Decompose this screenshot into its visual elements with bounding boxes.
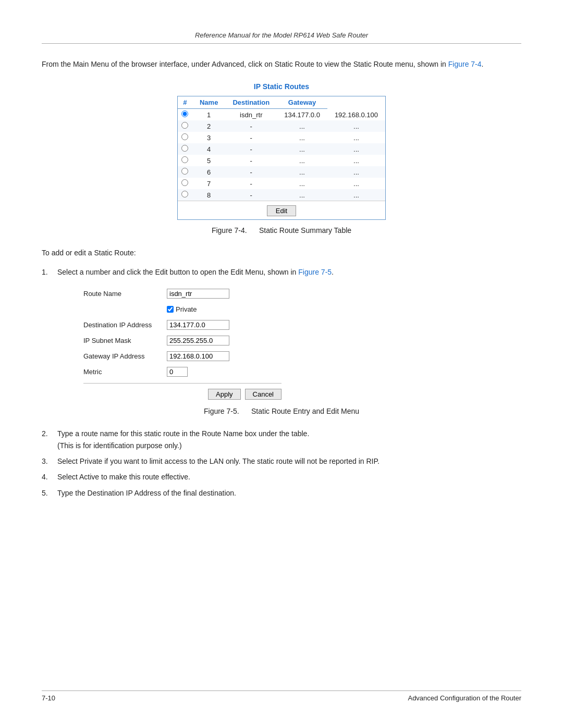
destination-ip-input[interactable]	[167, 320, 229, 330]
route-name-label: Route Name	[83, 290, 167, 298]
figure-4-container: IP Static Routes # Name Destination Gate…	[42, 82, 521, 220]
ip-static-routes-title: IP Static Routes	[254, 82, 309, 91]
static-routes-table-wrapper: # Name Destination Gateway 1isdn_rtr134.…	[177, 96, 386, 220]
table-row: 5-......	[178, 155, 385, 166]
route-name-input[interactable]	[167, 289, 229, 299]
row-name: -	[225, 120, 277, 132]
subnet-mask-input[interactable]	[167, 336, 229, 346]
row-name: -	[225, 178, 277, 189]
route-radio[interactable]	[181, 168, 188, 175]
row-name: -	[225, 143, 277, 155]
row-radio-cell[interactable]	[178, 132, 192, 143]
destination-ip-row: Destination IP Address	[83, 318, 282, 331]
row-radio-cell[interactable]	[178, 178, 192, 189]
table-row: 7-......	[178, 178, 385, 189]
row-radio-cell[interactable]	[178, 189, 192, 201]
table-row: 1isdn_rtr134.177.0.0192.168.0.100	[178, 109, 385, 121]
col-header-hash: #	[178, 96, 192, 109]
route-radio[interactable]	[181, 156, 188, 163]
figure-5-link[interactable]: Figure 7-5	[298, 268, 332, 276]
row-gateway: ...	[327, 120, 385, 132]
destination-ip-label: Destination IP Address	[83, 321, 167, 329]
route-radio[interactable]	[181, 191, 188, 198]
cancel-button[interactable]: Cancel	[245, 389, 282, 400]
subnet-mask-row: IP Subnet Mask	[83, 334, 282, 347]
row-num: 6	[192, 166, 225, 178]
subnet-mask-label: IP Subnet Mask	[83, 337, 167, 344]
step-5-text: Type the Destination IP Address of the f…	[57, 487, 236, 499]
row-destination: ...	[277, 178, 327, 189]
step-2: 2.Type a route name for this static rout…	[42, 428, 521, 451]
footer-right: Advanced Configuration of the Router	[408, 694, 521, 702]
row-gateway: ...	[327, 155, 385, 166]
row-name: -	[225, 155, 277, 166]
route-radio[interactable]	[181, 179, 188, 186]
row-num: 4	[192, 143, 225, 155]
route-radio[interactable]	[181, 133, 188, 140]
step-4-text: Select Active to make this route effecti…	[57, 471, 190, 483]
col-header-name: Name	[192, 96, 225, 109]
private-checkbox[interactable]	[167, 306, 174, 313]
gateway-ip-row: Gateway IP Address	[83, 350, 282, 362]
edit-btn-row: Edit	[178, 201, 385, 219]
row-name: -	[225, 166, 277, 178]
row-radio-cell[interactable]	[178, 166, 192, 178]
page-footer: 7-10 Advanced Configuration of the Route…	[42, 690, 521, 702]
row-destination: ...	[277, 166, 327, 178]
row-num: 8	[192, 189, 225, 201]
row-name: -	[225, 132, 277, 143]
row-radio-cell[interactable]	[178, 143, 192, 155]
table-row: 2-......	[178, 120, 385, 132]
col-header-gateway: Gateway	[277, 96, 327, 109]
table-row: 3-......	[178, 132, 385, 143]
footer-left: 7-10	[42, 694, 55, 702]
step-1-text: Select a number and click the Edit butto…	[57, 266, 334, 278]
metric-input[interactable]	[167, 367, 188, 377]
row-num: 3	[192, 132, 225, 143]
step-1-num: 1.	[42, 266, 52, 278]
route-radio[interactable]	[181, 122, 188, 129]
row-destination: ...	[277, 132, 327, 143]
page-header: Reference Manual for the Model RP614 Web…	[42, 31, 521, 44]
private-label: Private	[176, 305, 197, 313]
step-2-num: 2.	[42, 428, 52, 451]
row-gateway: ...	[327, 132, 385, 143]
intro-text: From the Main Menu of the browser interf…	[42, 60, 448, 68]
metric-label: Metric	[83, 368, 167, 376]
row-radio-cell[interactable]	[178, 120, 192, 132]
step-3: 3.Select Private if you want to limit ac…	[42, 455, 521, 467]
private-row: Private	[83, 303, 282, 315]
row-gateway: ...	[327, 166, 385, 178]
route-radio[interactable]	[181, 110, 188, 117]
metric-row: Metric	[83, 365, 282, 378]
row-radio-cell[interactable]	[178, 155, 192, 166]
row-num: 1	[192, 109, 225, 121]
table-row: 4-......	[178, 143, 385, 155]
step-3-text: Select Private if you want to limit acce…	[57, 455, 380, 467]
step-3-num: 3.	[42, 455, 52, 467]
intro-paragraph: From the Main Menu of the browser interf…	[42, 58, 521, 70]
figure-4-caption-prefix: Figure 7-4.	[212, 226, 247, 235]
steps-2-5-list: 2.Type a route name for this static rout…	[42, 428, 521, 499]
static-routes-table: # Name Destination Gateway 1isdn_rtr134.…	[178, 96, 385, 201]
row-radio-cell[interactable]	[178, 109, 192, 121]
gateway-ip-label: Gateway IP Address	[83, 352, 167, 360]
row-destination: 134.177.0.0	[277, 109, 327, 121]
figure-4-caption: Figure 7-4. Static Route Summary Table	[42, 226, 521, 235]
figure-4-link[interactable]: Figure 7-4	[448, 60, 482, 68]
header-text: Reference Manual for the Model RP614 Web…	[195, 31, 368, 39]
row-name: isdn_rtr	[225, 109, 277, 121]
edit-button[interactable]: Edit	[267, 205, 296, 216]
row-gateway: ...	[327, 189, 385, 201]
route-radio[interactable]	[181, 145, 188, 152]
gateway-ip-input[interactable]	[167, 351, 229, 361]
row-gateway: ...	[327, 178, 385, 189]
step-1: 1. Select a number and click the Edit bu…	[42, 266, 521, 278]
step-2-text: Type a route name for this static route …	[57, 428, 309, 451]
step-4: 4.Select Active to make this route effec…	[42, 471, 521, 483]
form-buttons-row: Apply Cancel	[83, 389, 282, 400]
step-list: 1. Select a number and click the Edit bu…	[42, 266, 521, 278]
apply-button[interactable]: Apply	[208, 389, 241, 400]
figure-5-caption-text: Static Route Entry and Edit Menu	[251, 407, 359, 415]
body-text-add-edit: To add or edit a Static Route:	[42, 247, 521, 258]
